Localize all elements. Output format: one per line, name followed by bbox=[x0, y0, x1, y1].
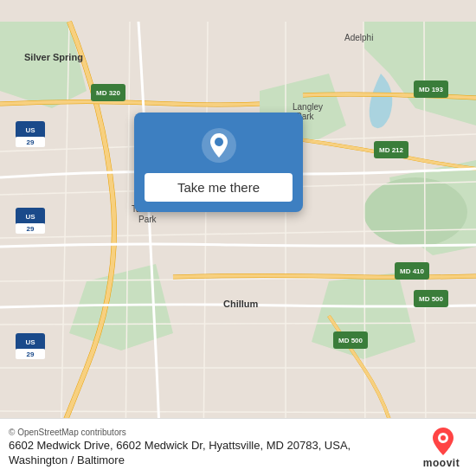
svg-text:US: US bbox=[25, 126, 35, 134]
svg-text:29: 29 bbox=[27, 138, 35, 146]
moovit-logo: moovit bbox=[415, 426, 467, 469]
svg-point-55 bbox=[441, 435, 446, 441]
svg-text:Adelphi: Adelphi bbox=[344, 33, 373, 42]
svg-text:Park: Park bbox=[138, 215, 158, 224]
moovit-brand-text: moovit bbox=[423, 457, 460, 469]
svg-text:29: 29 bbox=[27, 225, 35, 233]
svg-text:Chillum: Chillum bbox=[223, 299, 259, 309]
svg-text:MD 500: MD 500 bbox=[419, 295, 444, 303]
take-me-there-button[interactable]: Take me there bbox=[145, 173, 293, 202]
svg-text:Silver Spring: Silver Spring bbox=[24, 52, 83, 62]
svg-point-53 bbox=[215, 138, 223, 146]
svg-text:MD 212: MD 212 bbox=[379, 146, 404, 154]
address-text: 6602 Medwick Drive, 6602 Medwick Dr, Hya… bbox=[9, 439, 381, 468]
osm-credit-text: © OpenStreetMap contributors bbox=[9, 428, 126, 437]
bottom-left: © OpenStreetMap contributors 6602 Medwic… bbox=[9, 428, 381, 468]
bottom-bar: © OpenStreetMap contributors 6602 Medwic… bbox=[0, 418, 476, 476]
svg-text:Langley: Langley bbox=[293, 102, 323, 112]
svg-text:MD 320: MD 320 bbox=[96, 89, 121, 97]
svg-text:MD 500: MD 500 bbox=[338, 337, 363, 344]
map-container: Silver Spring Adelphi Langley Park Chill… bbox=[0, 0, 476, 476]
location-pin-icon bbox=[200, 126, 238, 164]
svg-point-7 bbox=[363, 177, 467, 247]
svg-text:US: US bbox=[25, 338, 35, 346]
svg-text:MD 193: MD 193 bbox=[419, 86, 444, 93]
moovit-icon bbox=[428, 426, 459, 457]
svg-text:US: US bbox=[25, 213, 35, 221]
svg-text:MD 410: MD 410 bbox=[400, 267, 425, 275]
svg-text:29: 29 bbox=[27, 351, 35, 358]
osm-credit: © OpenStreetMap contributors bbox=[9, 428, 381, 437]
popup-card: Take me there bbox=[134, 113, 303, 212]
